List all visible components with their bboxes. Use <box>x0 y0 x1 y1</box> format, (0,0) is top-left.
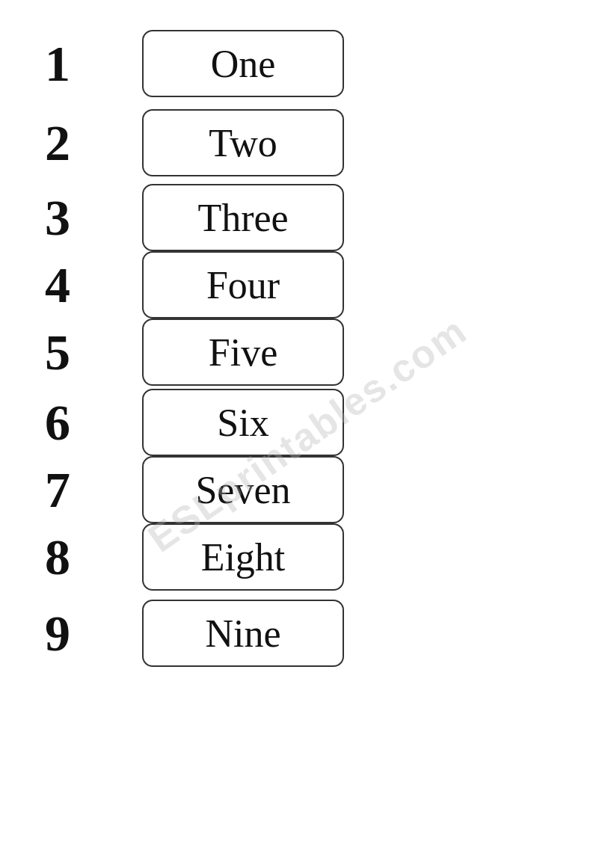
number-label: 6 <box>45 393 142 452</box>
number-row: 1One <box>45 30 569 97</box>
main-content: 1One2Two3Three4Four5Five6Six7Seven8Eight… <box>0 0 614 697</box>
number-row: 6Six <box>45 389 569 456</box>
number-label: 2 <box>45 114 142 173</box>
number-label: 7 <box>45 461 142 520</box>
number-row: 8Eight <box>45 523 569 591</box>
word-box: Three <box>142 184 344 251</box>
number-row: 4Four <box>45 251 569 318</box>
number-label: 8 <box>45 528 142 587</box>
number-row: 5Five <box>45 318 569 386</box>
number-label: 4 <box>45 256 142 315</box>
number-row: 2Two <box>45 109 569 176</box>
number-label: 1 <box>45 34 142 93</box>
number-row: 7Seven <box>45 456 569 523</box>
word-box: Eight <box>142 523 344 591</box>
number-label: 3 <box>45 188 142 247</box>
number-label: 9 <box>45 604 142 663</box>
number-row: 9Nine <box>45 600 569 667</box>
word-box: Six <box>142 389 344 456</box>
word-box: Five <box>142 318 344 386</box>
word-box: Nine <box>142 600 344 667</box>
word-box: Seven <box>142 456 344 523</box>
word-box: One <box>142 30 344 97</box>
number-row: 3Three <box>45 184 569 251</box>
word-box: Four <box>142 251 344 318</box>
number-label: 5 <box>45 323 142 382</box>
word-box: Two <box>142 109 344 176</box>
